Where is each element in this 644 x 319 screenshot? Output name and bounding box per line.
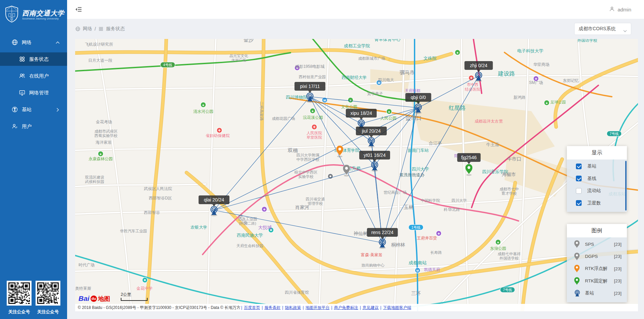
- map-label: 桐梓林: [391, 242, 405, 247]
- footer-link[interactable]: 地图开放平台: [306, 305, 330, 311]
- qr-code-1: 关注公众号: [7, 281, 32, 315]
- display-option-label: 基线: [587, 176, 596, 182]
- display-option-label: 卫星数: [587, 200, 601, 206]
- map-label: 成都远洋太古里: [475, 119, 503, 124]
- station-marker-qlai[interactable]: [211, 207, 217, 217]
- map-label: 玉林: [404, 204, 414, 210]
- station-marker-rens[interactable]: [379, 239, 386, 249]
- map-label: 外国语学校: [499, 256, 519, 260]
- metro-line-badge: 4号线: [160, 62, 175, 67]
- legend-count: [23]: [614, 242, 622, 247]
- map-label: 金花中学: [136, 286, 153, 291]
- sidebar-item-service-status[interactable]: 服务状态: [0, 52, 67, 66]
- map-label: 日月大道一段: [88, 58, 112, 63]
- user-menu[interactable]: admin: [609, 6, 631, 13]
- qr-code-2: 关注公众号: [36, 281, 60, 315]
- map-label: 浣花溪公园: [303, 115, 323, 120]
- legend-label: DGPS: [585, 254, 598, 259]
- footer-link[interactable]: 意见建议: [363, 305, 379, 311]
- map-scale: 2公里: [121, 292, 148, 301]
- breadcrumb-item-network[interactable]: 网络: [83, 26, 92, 32]
- footer-link[interactable]: 商户免费标注: [334, 305, 358, 311]
- grid-icon: [19, 56, 25, 62]
- sidebar-item-user[interactable]: 用户: [0, 120, 67, 133]
- map-label: SM广场: [529, 80, 543, 85]
- legend-label: 基站: [585, 290, 594, 296]
- breadcrumb-item-service-status[interactable]: 服务状态: [106, 26, 125, 32]
- poi-park-icon: ♠: [348, 97, 353, 103]
- svg-text:rens 22/24: rens 22/24: [371, 230, 393, 235]
- map[interactable]: ♠♠♠♠♠♠♠♠MMM❖❖❖❖+++飞机设计研究所金沙成都工业学院青羊体育中心文…: [75, 39, 638, 311]
- chevron-up-icon: [56, 40, 60, 44]
- map-canvas[interactable]: ♠♠♠♠♠♠♠♠MMM❖❖❖❖+++飞机设计研究所金沙成都工业学院青羊体育中心文…: [75, 39, 638, 311]
- map-copyright-bar: © 2018 Baidu - GS(2016)2089号 - 甲测资字11009…: [75, 304, 638, 311]
- sidebar-item-label: 用户: [22, 123, 32, 130]
- map-label: 成都市武侯区: [95, 129, 118, 133]
- sidebar-item-network[interactable]: 网络: [0, 36, 67, 49]
- map-label: 中国科学院: [421, 198, 440, 202]
- map-label: 世纪商业广场: [384, 190, 407, 194]
- svg-text:♠: ♠: [312, 109, 314, 113]
- checkbox-unchecked[interactable]: [576, 188, 582, 194]
- map-label: 金沙: [244, 39, 254, 43]
- svg-text:xipu 18/24: xipu 18/24: [351, 110, 372, 116]
- station-marker-qbji[interactable]: [415, 104, 422, 114]
- map-label: 四川大学: [412, 167, 429, 172]
- sidebar-item-base-station[interactable]: 基站: [0, 103, 67, 116]
- footer-link[interactable]: 隐私政策: [285, 305, 301, 311]
- map-label: 晶元宝文化: [230, 54, 248, 58]
- footer-link[interactable]: 服务条款: [264, 305, 280, 311]
- map-label: 四川省交通: [306, 197, 325, 201]
- footer-link[interactable]: 下载地图客户端: [383, 305, 411, 311]
- poi-park-icon: ♠: [495, 239, 501, 245]
- breadcrumb-separator: /: [95, 26, 96, 32]
- display-option-卫星数: 卫星数: [567, 197, 627, 210]
- checkbox-checked[interactable]: [576, 164, 582, 169]
- collapse-sidebar-icon[interactable]: [75, 6, 83, 13]
- system-select[interactable]: 成都市CORS系统: [574, 23, 631, 35]
- map-label: 新南门车站: [408, 148, 429, 153]
- metro-line-badge: 7号线: [607, 131, 622, 136]
- station-marker-pixi[interactable]: [307, 93, 313, 103]
- map-label: 草堂医院: [307, 135, 322, 139]
- poi-hosp-icon: +: [217, 128, 222, 133]
- station-marker-jiul[interactable]: [368, 138, 375, 148]
- map-label: 成都工业学院: [344, 43, 370, 48]
- map-label: 结合医院: [465, 87, 481, 91]
- checkbox-checked[interactable]: [576, 200, 582, 206]
- svg-text:pixi 17/11: pixi 17/11: [300, 84, 320, 89]
- map-label: 育才学校: [501, 191, 517, 195]
- app-root: 西南交通大学 Southwest Jiaotong University 网络服…: [0, 0, 644, 319]
- baidu-logo[interactable]: Baidu地图: [78, 295, 110, 302]
- sidebar-item-label: 网络管理: [29, 90, 49, 96]
- station-marker-zhji[interactable]: [475, 72, 482, 82]
- map-label: 致尚购物中心: [362, 263, 385, 267]
- svg-text:♠: ♠: [100, 152, 102, 156]
- baidu-logo-bai: Bai: [78, 295, 90, 302]
- map-label: 西部智谷: [144, 210, 160, 215]
- station-marker-yt01[interactable]: [371, 162, 378, 172]
- map-label: 电子科技大学: [517, 48, 543, 53]
- display-panel-scrollbar[interactable]: [625, 161, 627, 211]
- sidebar-item-online-users[interactable]: 在线用户: [0, 69, 67, 83]
- top-bar: admin: [67, 0, 644, 19]
- poi-dot-icon: [142, 277, 148, 283]
- qr-label: 关注公众号: [36, 309, 60, 315]
- footer-link[interactable]: 百度首页: [244, 305, 260, 311]
- checkbox-checked[interactable]: [576, 176, 582, 181]
- map-label: 二环高架路: [260, 101, 264, 121]
- footer-separator: |: [360, 305, 361, 310]
- sidebar-item-label: 在线用户: [29, 73, 49, 79]
- poi-park-icon: ♠: [386, 109, 392, 114]
- svg-text:♠: ♠: [457, 51, 459, 54]
- poi-park-icon: ♠: [98, 151, 103, 156]
- svg-text:❖: ❖: [535, 77, 537, 81]
- sidebar-item-network-mgmt[interactable]: 网络管理: [0, 86, 67, 99]
- footer-separator: |: [241, 305, 242, 310]
- antenna-icon: [574, 289, 582, 298]
- map-label: 牛市口: [507, 156, 521, 162]
- globe-icon: [75, 26, 80, 32]
- legend-label: RTK浮点解: [585, 266, 607, 272]
- map-label: 飞机设计研究所: [85, 42, 113, 47]
- map-label: 成都新城市广场: [358, 56, 385, 60]
